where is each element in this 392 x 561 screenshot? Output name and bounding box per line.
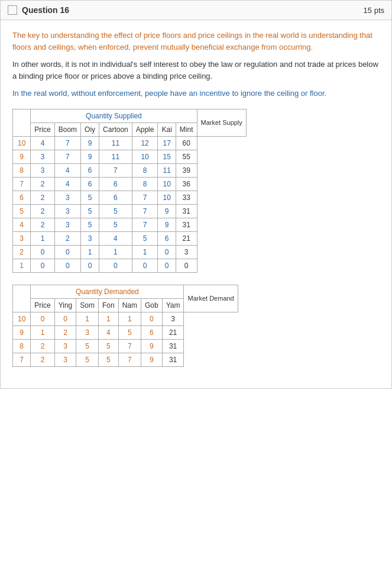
supply-data-cell: 9: [81, 136, 99, 150]
demand-market-cell: 31: [162, 339, 184, 353]
question-checkbox[interactable]: [8, 5, 17, 15]
demand-price-cell: 7: [13, 353, 31, 366]
supply-table-row: 423557931: [13, 218, 247, 231]
demand-data-cell: 1: [98, 312, 118, 325]
supply-data-cell: 2: [31, 218, 54, 231]
demand-price-cell: 10: [13, 312, 31, 325]
demand-market-cell: 3: [162, 312, 184, 325]
dh-ying: Ying: [54, 298, 76, 312]
demand-data-cell: 1: [31, 325, 54, 339]
demand-data-cell: 6: [141, 325, 163, 339]
question-pts: 15 pts: [364, 6, 384, 15]
demand-data-cell: 3: [54, 353, 76, 366]
supply-data-cell: 1: [99, 245, 132, 259]
supply-data-cell: 7: [132, 191, 158, 204]
dh-nam: Nam: [118, 298, 141, 312]
supply-table-row: 312345621: [13, 231, 247, 245]
supply-price-cell: 10: [13, 136, 31, 150]
supply-data-cell: 8: [132, 163, 158, 177]
supply-data-cell: 11: [99, 136, 132, 150]
demand-data-cell: 1: [118, 312, 141, 325]
supply-data-cell: 7: [54, 136, 80, 150]
demand-data-cell: 5: [76, 353, 99, 366]
supply-table-main: Quantity Supplied Market Supply Price Bo…: [12, 109, 247, 273]
supply-data-cell: 0: [54, 259, 80, 272]
demand-data-cell: 7: [118, 353, 141, 366]
supply-data-cell: 2: [31, 204, 54, 218]
supply-data-cell: 17: [158, 136, 176, 150]
supply-price-cell: 8: [13, 163, 31, 177]
supply-market-cell: 31: [176, 204, 197, 218]
sh-boom: Boom: [54, 122, 80, 136]
supply-data-cell: 6: [158, 231, 176, 245]
supply-data-cell: 10: [158, 177, 176, 191]
supply-price-cell: 1: [13, 259, 31, 272]
supply-data-cell: 10: [158, 191, 176, 204]
demand-data-cell: 5: [118, 325, 141, 339]
demand-data-cell: 3: [54, 339, 76, 353]
dh-gob: Gob: [141, 298, 163, 312]
market-supply-header: Market Supply: [197, 109, 246, 136]
supply-data-cell: 2: [31, 177, 54, 191]
sh-apple: Apple: [132, 122, 158, 136]
supply-table-row: 7246681036: [13, 177, 247, 191]
paragraph-3: In the real world, without enforcement, …: [12, 88, 380, 99]
supply-data-cell: 15: [158, 150, 176, 163]
supply-data-cell: 8: [132, 177, 158, 191]
sh-mint: Mint: [176, 122, 197, 136]
demand-market-cell: 21: [162, 325, 184, 339]
supply-data-cell: 9: [81, 150, 99, 163]
supply-data-cell: 4: [54, 177, 80, 191]
demand-data-cell: 0: [31, 312, 54, 325]
supply-data-cell: 1: [31, 231, 54, 245]
supply-table-row: 10000000: [13, 259, 247, 272]
supply-data-cell: 0: [54, 245, 80, 259]
supply-market-cell: 0: [176, 259, 197, 272]
sh-oiy: Oiy: [81, 122, 99, 136]
demand-data-cell: 0: [141, 312, 163, 325]
dh-som: Som: [76, 298, 99, 312]
dh-fon: Fon: [98, 298, 118, 312]
supply-data-cell: 3: [31, 150, 54, 163]
supply-data-cell: 5: [132, 231, 158, 245]
supply-market-cell: 39: [176, 163, 197, 177]
supply-data-cell: 1: [81, 245, 99, 259]
supply-data-cell: 4: [31, 136, 54, 150]
market-demand-header: Market Demand: [184, 285, 238, 312]
demand-table-row: 912345621: [13, 325, 238, 339]
paragraph-2: In other words, it is not in individual'…: [12, 59, 380, 82]
supply-data-cell: 5: [81, 204, 99, 218]
demand-data-cell: 2: [54, 325, 76, 339]
demand-data-cell: 4: [98, 325, 118, 339]
supply-table-row: 1047911121760: [13, 136, 247, 150]
demand-table-row: 823557931: [13, 339, 238, 353]
supply-data-cell: 0: [31, 259, 54, 272]
demand-price-cell: 9: [13, 325, 31, 339]
supply-data-cell: 10: [132, 150, 158, 163]
paragraph-1: The key to understanding the effect of p…: [12, 30, 380, 53]
supply-data-cell: 4: [54, 163, 80, 177]
supply-data-cell: 9: [158, 218, 176, 231]
supply-data-cell: 0: [158, 259, 176, 272]
supply-price-cell: 6: [13, 191, 31, 204]
demand-data-cell: 2: [31, 339, 54, 353]
supply-data-cell: 12: [132, 136, 158, 150]
demand-table-row: 100011103: [13, 312, 238, 325]
supply-price-cell: 4: [13, 218, 31, 231]
supply-section-header: Quantity Supplied: [31, 109, 197, 122]
demand-data-cell: 9: [141, 339, 163, 353]
supply-data-cell: 6: [81, 163, 99, 177]
sh-price: Price: [31, 122, 54, 136]
supply-table-row: 6235671033: [13, 191, 247, 204]
supply-price-cell: 7: [13, 177, 31, 191]
dh-yam: Yam: [162, 298, 184, 312]
supply-data-cell: 0: [81, 259, 99, 272]
demand-section-header: Quantity Demanded: [31, 285, 184, 298]
supply-data-cell: 3: [81, 231, 99, 245]
question-body: The key to understanding the effect of p…: [1, 20, 391, 388]
supply-data-cell: 3: [54, 204, 80, 218]
supply-data-cell: 2: [54, 231, 80, 245]
supply-data-cell: 5: [99, 204, 132, 218]
supply-data-cell: 3: [54, 218, 80, 231]
supply-data-cell: 6: [99, 177, 132, 191]
